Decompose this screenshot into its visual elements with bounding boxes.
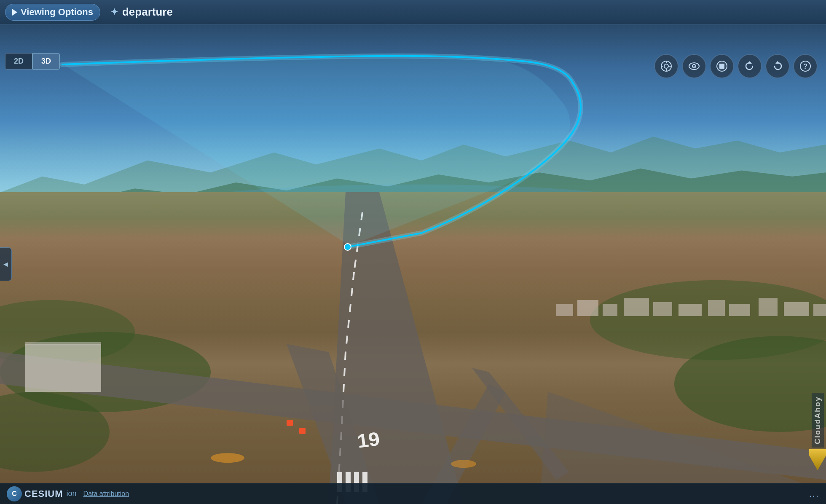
stop-button[interactable] bbox=[710, 54, 734, 78]
pin-icon: ✦ bbox=[110, 7, 118, 18]
departure-text: departure bbox=[122, 5, 173, 19]
svg-text:?: ? bbox=[803, 63, 807, 70]
cesium-logo: C CESIUM ion bbox=[7, 486, 77, 501]
refresh-button[interactable] bbox=[738, 54, 762, 78]
map-view[interactable]: 19 bbox=[0, 24, 826, 504]
reset-view-button[interactable] bbox=[654, 54, 678, 78]
svg-rect-53 bbox=[719, 64, 724, 69]
data-attribution-link[interactable]: Data attribution bbox=[83, 490, 129, 498]
left-arrow-icon: ◄ bbox=[2, 260, 10, 269]
departure-label: ✦ departure bbox=[110, 5, 173, 19]
viewing-options-label: Viewing Options bbox=[21, 7, 93, 18]
2d-mode-button[interactable]: 2D bbox=[5, 53, 32, 70]
toolbar: Viewing Options ✦ departure bbox=[0, 0, 826, 24]
undo-button[interactable] bbox=[765, 54, 790, 78]
cesium-icon: C bbox=[7, 486, 22, 501]
svg-point-44 bbox=[664, 64, 668, 68]
cesium-text: CESIUM bbox=[24, 488, 63, 499]
more-options-button[interactable]: ... bbox=[809, 488, 819, 499]
svg-point-51 bbox=[694, 66, 695, 67]
3d-mode-button[interactable]: 3D bbox=[32, 53, 60, 70]
expand-icon bbox=[12, 9, 17, 16]
view-mode-toggle: 2D 3D bbox=[5, 53, 60, 70]
help-button[interactable]: ? bbox=[793, 54, 818, 78]
collapse-panel-button[interactable]: ◄ bbox=[0, 247, 12, 281]
cesium-ion-text: ion bbox=[67, 489, 77, 498]
view-controls: ? bbox=[654, 49, 818, 83]
cloudahoy-logo bbox=[809, 449, 826, 470]
cloudahoy-text: CloudAhoy bbox=[812, 393, 824, 448]
cloudahoy-watermark: CloudAhoy bbox=[809, 393, 826, 470]
eye-view-button[interactable] bbox=[682, 54, 706, 78]
viewing-options-button[interactable]: Viewing Options bbox=[5, 4, 100, 21]
svg-point-42 bbox=[344, 244, 351, 250]
bottom-bar: C CESIUM ion Data attribution ... bbox=[0, 483, 826, 504]
flight-path bbox=[0, 24, 826, 504]
